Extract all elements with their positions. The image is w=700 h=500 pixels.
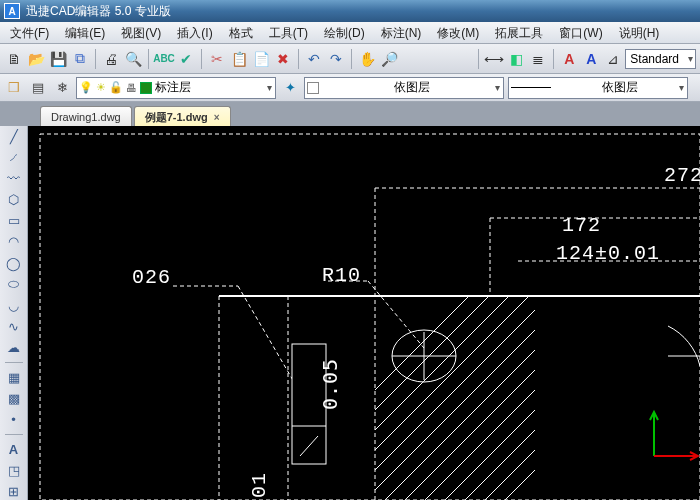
svg-rect-0 — [40, 134, 700, 500]
pan-icon[interactable]: ✋ — [357, 49, 377, 69]
menu-window[interactable]: 窗口(W) — [551, 22, 610, 44]
rect-icon[interactable]: ▭ — [4, 212, 24, 229]
dim-124: 124±0.01 — [556, 242, 660, 265]
color-swatch-icon — [307, 82, 319, 94]
menu-modify[interactable]: 修改(M) — [429, 22, 487, 44]
save-icon[interactable]: 💾 — [48, 49, 68, 69]
paste-icon[interactable]: 📄 — [251, 49, 271, 69]
layer-name: 标注层 — [155, 79, 191, 96]
svg-line-16 — [385, 280, 605, 500]
document-tabs: Drawing1.dwg 例题7-1.dwg× — [0, 102, 700, 126]
layers-icon[interactable]: ≣ — [528, 49, 548, 69]
layer-bar: ❒ ▤ ❄ 💡 ☀ 🔓 🖶 标注层 ✦ 依图层 依图层 — [0, 74, 700, 102]
line-icon[interactable]: ╱ — [4, 128, 24, 145]
menu-extend[interactable]: 拓展工具 — [487, 22, 551, 44]
entity-icon[interactable]: ◧ — [506, 49, 526, 69]
delete-icon[interactable]: ✖ — [273, 49, 293, 69]
model-space[interactable]: 026 R10 172 272 124±0.01 0.05 01 — [28, 126, 700, 500]
tab-label: 例题7-1.dwg — [145, 111, 208, 123]
tab-label: Drawing1.dwg — [51, 111, 121, 123]
menu-dimension[interactable]: 标注(N) — [373, 22, 430, 44]
window-title: 迅捷CAD编辑器 5.0 专业版 — [26, 3, 171, 20]
undo-icon[interactable]: ↶ — [304, 49, 324, 69]
dim-01: 01 — [248, 472, 271, 498]
pline-icon[interactable]: 〰 — [4, 170, 24, 187]
region-icon[interactable]: ◳ — [4, 462, 24, 479]
layer-manager-icon[interactable]: ❒ — [4, 78, 24, 98]
dim-style-icon[interactable]: ⊿ — [603, 49, 623, 69]
polygon-icon[interactable]: ⬡ — [4, 191, 24, 208]
dim-272: 272 — [664, 164, 700, 187]
menu-file[interactable]: 文件(F) — [2, 22, 57, 44]
close-icon[interactable]: × — [214, 112, 220, 123]
redo-icon[interactable]: ↷ — [326, 49, 346, 69]
standard-toolbar: 🗎 📂 💾 ⧉ 🖨 🔍 ABC ✔ ✂ 📋 📄 ✖ ↶ ↷ ✋ 🔎 ⟷ ◧ ≣ … — [0, 44, 700, 74]
svg-line-18 — [425, 280, 645, 500]
menu-edit[interactable]: 编辑(E) — [57, 22, 113, 44]
plot-icon: 🖶 — [126, 82, 137, 94]
arc-icon[interactable]: ◠ — [4, 233, 24, 250]
mtext-icon[interactable]: A — [4, 441, 24, 458]
svg-line-17 — [405, 280, 625, 500]
sun-icon: ☀ — [96, 81, 106, 94]
cut-icon[interactable]: ✂ — [207, 49, 227, 69]
svg-line-20 — [465, 280, 685, 500]
check-icon[interactable]: ✔ — [176, 49, 196, 69]
new-icon[interactable]: 🗎 — [4, 49, 24, 69]
menu-bar: 文件(F) 编辑(E) 视图(V) 插入(I) 格式 工具(T) 绘制(D) 标… — [0, 22, 700, 44]
menu-help[interactable]: 说明(H) — [611, 22, 668, 44]
svg-line-19 — [445, 280, 665, 500]
lock-icon: 🔓 — [109, 81, 123, 94]
hatch-icon[interactable]: ▩ — [4, 390, 24, 407]
svg-line-11 — [368, 281, 424, 348]
color-combo[interactable]: 依图层 — [304, 77, 504, 99]
menu-draw[interactable]: 绘制(D) — [316, 22, 373, 44]
saveall-icon[interactable]: ⧉ — [70, 49, 90, 69]
svg-line-14 — [345, 280, 565, 500]
layer-states-icon[interactable]: ▤ — [28, 78, 48, 98]
tab-example7-1[interactable]: 例题7-1.dwg× — [134, 106, 231, 126]
style-dropdown[interactable]: Standard — [625, 49, 696, 69]
text-style-b-icon[interactable]: A — [581, 49, 601, 69]
dim-026: 026 — [132, 266, 171, 289]
title-bar: A 迅捷CAD编辑器 5.0 专业版 — [0, 0, 700, 22]
color-label: 依图层 — [322, 79, 501, 96]
table-icon[interactable]: ⊞ — [4, 483, 24, 500]
svg-line-26 — [505, 280, 700, 500]
menu-insert[interactable]: 插入(I) — [169, 22, 220, 44]
print-icon[interactable]: 🖨 — [101, 49, 121, 69]
svg-line-22 — [325, 280, 545, 500]
linetype-combo[interactable]: 依图层 — [508, 77, 688, 99]
bulb-icon: 💡 — [79, 81, 93, 94]
block-icon[interactable]: ▦ — [4, 369, 24, 386]
layer-freeze-icon[interactable]: ❄ — [52, 78, 72, 98]
dim-r10: R10 — [322, 264, 361, 287]
open-icon[interactable]: 📂 — [26, 49, 46, 69]
revcloud-icon[interactable]: ☁ — [4, 339, 24, 356]
linetype-label: 依图层 — [554, 79, 685, 96]
ellipse-arc-icon[interactable]: ◡ — [4, 297, 24, 314]
dim-0-05: 0.05 — [318, 358, 342, 410]
make-current-icon[interactable]: ✦ — [280, 78, 300, 98]
layer-combo[interactable]: 💡 ☀ 🔓 🖶 标注层 — [76, 77, 276, 99]
draw-toolbar: ╱ ⟋ 〰 ⬡ ▭ ◠ ◯ ⬭ ◡ ∿ ☁ ▦ ▩ • A ◳ ⊞ — [0, 126, 28, 500]
menu-format[interactable]: 格式 — [221, 22, 261, 44]
find-icon[interactable]: ABC — [154, 49, 174, 69]
layer-color-swatch — [140, 82, 152, 94]
xline-icon[interactable]: ⟋ — [4, 149, 24, 166]
dim-linear-icon[interactable]: ⟷ — [484, 49, 504, 69]
tab-drawing1[interactable]: Drawing1.dwg — [40, 106, 132, 126]
menu-view[interactable]: 视图(V) — [113, 22, 169, 44]
menu-tools[interactable]: 工具(T) — [261, 22, 316, 44]
ellipse-icon[interactable]: ⬭ — [4, 276, 24, 293]
preview-icon[interactable]: 🔍 — [123, 49, 143, 69]
circle-icon[interactable]: ◯ — [4, 254, 24, 271]
spline-icon[interactable]: ∿ — [4, 318, 24, 335]
svg-line-15 — [365, 280, 585, 500]
text-style-a-icon[interactable]: A — [559, 49, 579, 69]
zoom-icon[interactable]: 🔎 — [379, 49, 399, 69]
copy-icon[interactable]: 📋 — [229, 49, 249, 69]
point-icon[interactable]: • — [4, 411, 24, 428]
svg-line-21 — [485, 280, 700, 500]
dim-172: 172 — [562, 214, 601, 237]
